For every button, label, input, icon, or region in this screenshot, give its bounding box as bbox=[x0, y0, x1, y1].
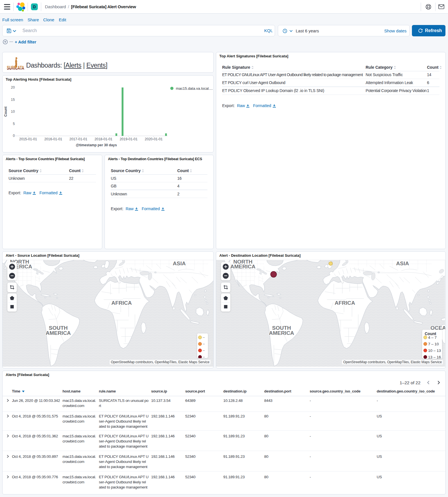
svg-text:–: – bbox=[203, 355, 205, 358]
svg-text:AFRICA: AFRICA bbox=[111, 300, 132, 306]
svg-text:15: 15 bbox=[11, 98, 15, 102]
svg-text:20: 20 bbox=[11, 85, 15, 89]
svg-text:AMERICA: AMERICA bbox=[230, 264, 256, 270]
svg-text:AMERICA: AMERICA bbox=[46, 330, 71, 336]
svg-text:@timestamp per 30 days: @timestamp per 30 days bbox=[76, 143, 117, 147]
svg-text:2016-01-01: 2016-01-01 bbox=[44, 137, 62, 141]
svg-text:AFRICA: AFRICA bbox=[335, 300, 355, 306]
svg-text:10 – 13: 10 – 13 bbox=[428, 348, 441, 353]
svg-text:–: – bbox=[203, 335, 205, 339]
svg-text:2018-01-01: 2018-01-01 bbox=[95, 137, 112, 141]
svg-text:2020-01-01: 2020-01-01 bbox=[145, 137, 163, 141]
svg-text:–: – bbox=[203, 348, 205, 352]
svg-text:10: 10 bbox=[11, 110, 15, 114]
svg-text:mac15.data.va.local....: mac15.data.va.local.... bbox=[176, 86, 213, 91]
svg-text:2017-01-01: 2017-01-01 bbox=[69, 137, 87, 141]
svg-text:ASIA: ASIA bbox=[396, 260, 409, 266]
svg-text:SURICATA: SURICATA bbox=[7, 65, 24, 71]
svg-text:5: 5 bbox=[13, 122, 15, 126]
svg-text:ASIA: ASIA bbox=[173, 260, 186, 266]
svg-text:–: – bbox=[203, 342, 205, 346]
svg-text:4 – 7: 4 – 7 bbox=[428, 335, 437, 340]
svg-text:2015-01-01: 2015-01-01 bbox=[19, 137, 37, 141]
svg-text:Count: Count bbox=[4, 106, 8, 117]
svg-text:AMERICA: AMERICA bbox=[269, 330, 294, 336]
svg-text:7 – 10: 7 – 10 bbox=[428, 342, 439, 346]
svg-text:13 – 16: 13 – 16 bbox=[428, 355, 441, 359]
svg-text:2019-01-01: 2019-01-01 bbox=[120, 137, 137, 141]
